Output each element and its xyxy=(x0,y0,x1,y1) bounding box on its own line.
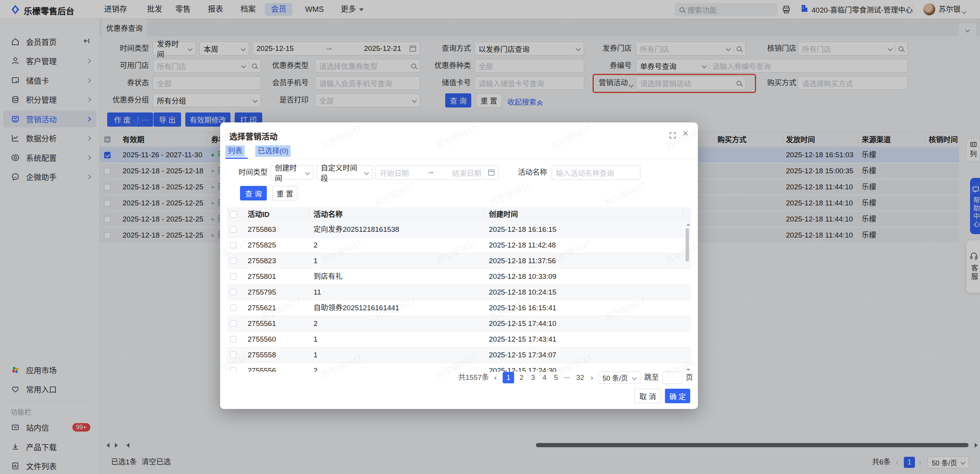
activity-id: 2755801 xyxy=(248,269,276,284)
dialog-title: 选择营销活动 xyxy=(229,130,278,142)
activity-name: 2 xyxy=(314,238,318,253)
activity-created: 2025-12-15 17:44:10 xyxy=(489,316,556,331)
dlg-col-name[interactable]: 活动名称 xyxy=(314,207,343,222)
activity-created: 2025-12-18 11:37:56 xyxy=(489,253,556,269)
dlg-cancel-button[interactable]: 取 消 xyxy=(634,389,661,403)
activity-id: 2755823 xyxy=(248,253,276,269)
app-window: 乐檬零售后台 进销存 批发 零售 报表 档案 会员 WMS 更多 搜索功能 40… xyxy=(0,0,980,474)
dlg-page-1[interactable]: 1 xyxy=(503,372,514,383)
dlg-page-size-select[interactable]: 50 条/页 xyxy=(598,371,640,384)
activity-row[interactable]: 2755801 到店有礼 2025-12-18 10:33:09 xyxy=(227,269,691,285)
dlg-page-5[interactable]: 5 xyxy=(554,372,558,383)
activity-created: 2025-12-18 10:24:15 xyxy=(489,285,556,300)
activity-created: 2025-12-15 17:43:41 xyxy=(489,332,556,347)
activity-name: 自助领券20251216161441 xyxy=(314,300,399,316)
activity-row[interactable]: 2755560 1 2025-12-15 17:43:41 xyxy=(227,332,691,347)
chevron-down-icon xyxy=(364,170,369,175)
activity-id: 2755560 xyxy=(248,332,276,347)
chevron-down-icon xyxy=(305,170,310,175)
activity-created: 2025-12-15 17:24:30 xyxy=(489,363,556,372)
dlg-time-type-select[interactable]: 创建时间 xyxy=(271,165,314,180)
activity-row[interactable]: 2755863 定向发券20251218161538 2025-12-18 16… xyxy=(227,222,691,238)
activity-id: 2755558 xyxy=(248,347,276,363)
dlg-scrollbar-thumb[interactable] xyxy=(686,228,689,262)
activity-checkbox[interactable] xyxy=(230,320,237,327)
dlg-select-all-checkbox[interactable] xyxy=(230,211,237,218)
activity-checkbox[interactable] xyxy=(230,352,237,358)
dlg-page-last[interactable]: 32 xyxy=(576,372,584,383)
activity-id: 2755556 xyxy=(248,363,276,372)
dlg-page-unit: 页 xyxy=(686,372,693,383)
dlg-page-2[interactable]: 2 xyxy=(519,372,524,383)
dlg-reset-button[interactable]: 重 置 xyxy=(272,186,297,200)
tab-list[interactable]: 列表 xyxy=(225,145,245,157)
close-icon[interactable]: × xyxy=(683,129,688,137)
scrollbar-up-icon[interactable] xyxy=(686,223,690,226)
dlg-page-4[interactable]: 4 xyxy=(542,372,547,383)
activity-checkbox[interactable] xyxy=(230,273,237,280)
activity-checkbox[interactable] xyxy=(230,289,237,295)
dlg-table-header: 活动ID 活动名称 创建时间 xyxy=(227,207,691,222)
dlg-jump-label: 跳至 xyxy=(644,372,659,383)
dlg-col-id[interactable]: 活动ID xyxy=(248,207,270,222)
activity-row[interactable]: 2755825 2 2025-12-18 11:42:48 xyxy=(227,238,691,253)
activity-id: 2755863 xyxy=(248,222,276,237)
select-marketing-dialog: 选择营销活动 × 列表 已选择(0) 时间类型 创建时间 自定义时间段 开始日期… xyxy=(220,122,698,409)
activity-row[interactable]: 2755823 1 2025-12-18 11:37:56 xyxy=(227,253,691,269)
dlg-date-range-input[interactable]: 开始日期 ⇀ 结束日期 xyxy=(376,165,499,180)
activity-id: 2755825 xyxy=(248,238,276,253)
dlg-time-type-label: 时间类型 xyxy=(229,165,268,180)
dlg-prev-icon[interactable]: ‹ xyxy=(494,372,497,383)
activity-row[interactable]: 2755621 自助领券20251216161441 2025-12-16 16… xyxy=(227,300,691,316)
activity-checkbox[interactable] xyxy=(230,305,237,311)
activity-name: 1 xyxy=(314,253,318,269)
dlg-jump-input[interactable] xyxy=(663,371,683,384)
dlg-next-icon[interactable]: › xyxy=(591,372,593,383)
activity-row[interactable]: 2755795 11 2025-12-18 10:24:15 xyxy=(227,285,691,300)
activity-created: 2025-12-15 17:34:07 xyxy=(489,347,556,363)
activity-checkbox[interactable] xyxy=(230,367,237,372)
dlg-search-button[interactable]: 查 询 xyxy=(240,186,267,200)
activity-created: 2025-12-18 16:16:15 xyxy=(489,222,556,237)
activity-id: 2755795 xyxy=(248,285,276,300)
dlg-table-body: 2755863 定向发券20251218161538 2025-12-18 16… xyxy=(227,222,691,372)
activity-name: 11 xyxy=(314,285,321,300)
dlg-date-start: 开始日期 xyxy=(380,168,409,178)
activity-id: 2755621 xyxy=(248,300,276,316)
tab-selected[interactable]: 已选择(0) xyxy=(255,145,291,157)
activity-created: 2025-12-18 10:33:09 xyxy=(489,269,556,284)
activity-row[interactable]: 2755561 2 2025-12-15 17:44:10 xyxy=(227,316,691,332)
activity-created: 2025-12-16 16:15:41 xyxy=(489,300,556,316)
dlg-name-input[interactable]: 输入活动名称查询 xyxy=(552,165,640,180)
activity-checkbox[interactable] xyxy=(230,336,237,342)
activity-name: 定向发券20251218161538 xyxy=(314,222,399,237)
activity-name: 1 xyxy=(314,347,318,363)
dlg-total: 共1557条 xyxy=(458,372,489,383)
activity-row[interactable]: 2755558 1 2025-12-15 17:34:07 xyxy=(227,347,691,363)
activity-id: 2755561 xyxy=(248,316,276,331)
activity-created: 2025-12-18 11:42:48 xyxy=(489,238,556,253)
activity-row[interactable]: 2755556 2 2025-12-15 17:24:30 xyxy=(227,363,691,372)
activity-name: 1 xyxy=(314,332,318,347)
activity-name: 到店有礼 xyxy=(314,269,343,284)
dlg-range-mode-select[interactable]: 自定义时间段 xyxy=(317,165,372,180)
activity-name: 2 xyxy=(314,363,318,372)
dlg-col-created[interactable]: 创建时间 xyxy=(489,207,518,222)
calendar-icon xyxy=(488,169,495,176)
scrollbar-down-icon[interactable] xyxy=(686,369,690,371)
dlg-page-dots[interactable]: ••• xyxy=(564,372,570,383)
activity-name: 2 xyxy=(314,316,318,331)
dlg-name-label: 活动名称 xyxy=(507,165,547,180)
activity-checkbox[interactable] xyxy=(230,257,237,264)
activity-checkbox[interactable] xyxy=(230,226,237,233)
dlg-date-end: 结束日期 xyxy=(452,168,481,178)
activity-checkbox[interactable] xyxy=(230,242,237,248)
fullscreen-icon[interactable] xyxy=(669,132,676,141)
dlg-ok-button[interactable]: 确 定 xyxy=(665,389,690,403)
chevron-down-icon xyxy=(632,375,637,380)
dlg-page-3[interactable]: 3 xyxy=(531,372,535,383)
